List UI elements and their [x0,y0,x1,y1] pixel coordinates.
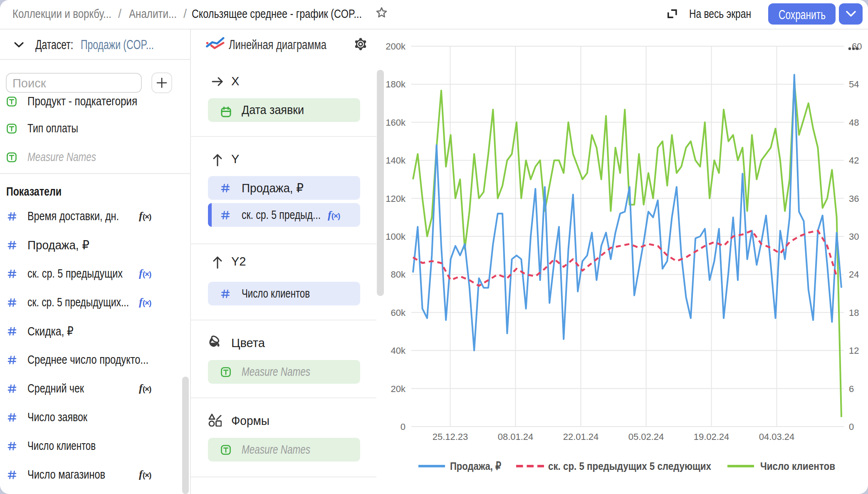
svg-text:08.01.24: 08.01.24 [498,432,534,442]
svg-text:48: 48 [849,117,859,128]
svg-text:Число клиентов: Число клиентов [760,460,835,472]
svg-text:Продажа, ₽: Продажа, ₽ [450,460,501,472]
svg-text:200k: 200k [386,41,406,52]
svg-text:40k: 40k [391,345,406,356]
svg-text:22.01.24: 22.01.24 [563,432,599,442]
svg-text:0: 0 [849,422,854,432]
svg-text:100k: 100k [386,231,406,242]
svg-text:25.12.23: 25.12.23 [433,432,468,442]
svg-text:04.03.24: 04.03.24 [759,432,795,442]
svg-text:80k: 80k [391,269,406,280]
svg-text:30: 30 [849,231,859,242]
svg-text:180k: 180k [386,79,406,89]
svg-text:160k: 160k [386,117,406,128]
svg-text:54: 54 [849,79,859,89]
svg-text:60k: 60k [391,308,406,318]
svg-text:19.02.24: 19.02.24 [694,432,730,442]
svg-text:24: 24 [849,269,859,280]
svg-text:18: 18 [849,308,859,318]
svg-text:140k: 140k [386,155,406,166]
svg-text:0: 0 [401,422,406,432]
svg-text:6: 6 [849,384,854,394]
svg-text:20k: 20k [391,384,406,394]
svg-text:ск. ср. 5 предыдущих 5 следующ: ск. ср. 5 предыдущих 5 следующих [548,460,711,472]
svg-text:60: 60 [852,41,862,52]
svg-text:120k: 120k [386,194,406,204]
svg-text:05.02.24: 05.02.24 [628,432,664,442]
svg-text:36: 36 [849,194,859,204]
svg-text:42: 42 [849,155,859,166]
svg-text:12: 12 [849,345,859,356]
